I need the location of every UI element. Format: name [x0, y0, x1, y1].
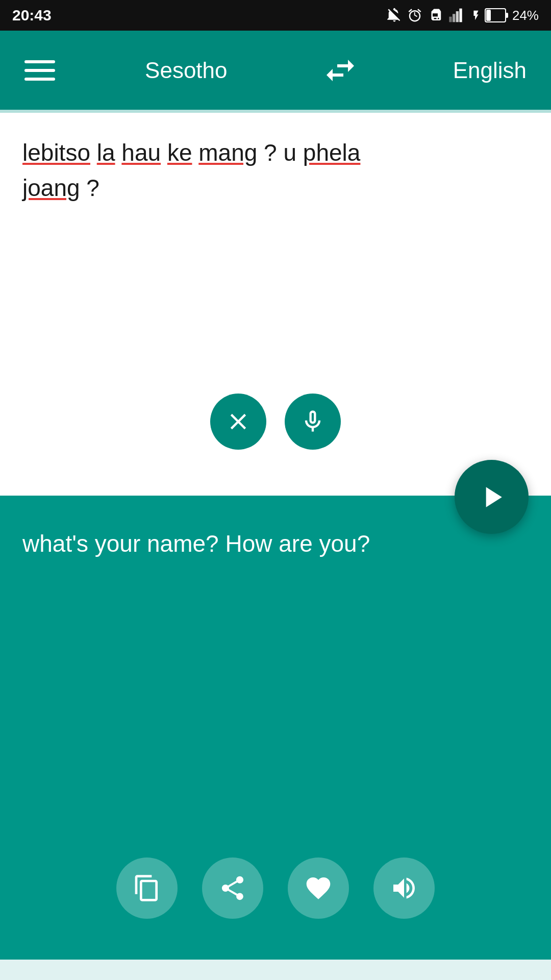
input-text: lebitso la hau ke mang ? u phela joang ? — [22, 135, 529, 206]
toolbar: Sesotho English — [0, 31, 551, 110]
input-action-buttons — [210, 394, 341, 450]
word-lebitso: lebitso — [22, 139, 90, 166]
send-button[interactable] — [455, 460, 529, 534]
svg-rect-3 — [459, 9, 462, 22]
status-bar: 20:43 — [0, 0, 551, 31]
share-button[interactable] — [202, 857, 263, 919]
word-phela: phela — [303, 139, 361, 166]
word-ke: ke — [167, 139, 192, 166]
svg-rect-6 — [486, 10, 491, 21]
charging-icon — [470, 7, 482, 23]
target-language[interactable]: English — [453, 58, 527, 83]
swap-languages-button[interactable] — [317, 47, 363, 93]
status-icons: 24% — [387, 7, 539, 23]
clear-button[interactable] — [210, 394, 266, 450]
svg-rect-1 — [453, 14, 455, 22]
source-language[interactable]: Sesotho — [145, 58, 227, 83]
signal-icon — [448, 7, 465, 23]
word-la: la — [97, 139, 115, 166]
battery-body — [485, 8, 509, 22]
copy-icon — [133, 874, 161, 902]
svg-rect-0 — [449, 17, 452, 22]
swap-icon — [322, 52, 359, 89]
hamburger-line-1 — [24, 60, 55, 63]
output-text: what's your name? How are you? — [22, 526, 529, 561]
battery-percent: 24% — [512, 8, 539, 23]
favorite-button[interactable] — [288, 857, 349, 919]
word-mang: mang — [198, 139, 257, 166]
volume-icon — [390, 874, 418, 902]
hamburger-line-3 — [24, 78, 55, 81]
status-time: 20:43 — [12, 7, 52, 24]
mic-icon — [299, 408, 326, 435]
input-area[interactable]: lebitso la hau ke mang ? u phela joang ? — [0, 113, 551, 496]
word-hau: hau — [121, 139, 161, 166]
sim-icon — [428, 7, 443, 23]
mute-icon — [387, 7, 402, 23]
battery-icon: 24% — [470, 7, 539, 23]
hamburger-line-2 — [24, 69, 55, 72]
output-area: what's your name? How are you? — [0, 496, 551, 960]
close-icon — [225, 408, 252, 435]
word-joang: joang — [22, 175, 80, 201]
speak-button[interactable] — [373, 857, 435, 919]
heart-icon — [304, 874, 333, 902]
share-icon — [218, 874, 247, 902]
output-action-buttons — [116, 857, 435, 919]
alarm-icon — [407, 7, 422, 23]
svg-rect-5 — [506, 13, 508, 18]
send-icon — [474, 480, 509, 514]
svg-rect-2 — [456, 11, 459, 22]
menu-button[interactable] — [24, 60, 55, 81]
copy-button[interactable] — [116, 857, 178, 919]
microphone-button[interactable] — [285, 394, 341, 450]
